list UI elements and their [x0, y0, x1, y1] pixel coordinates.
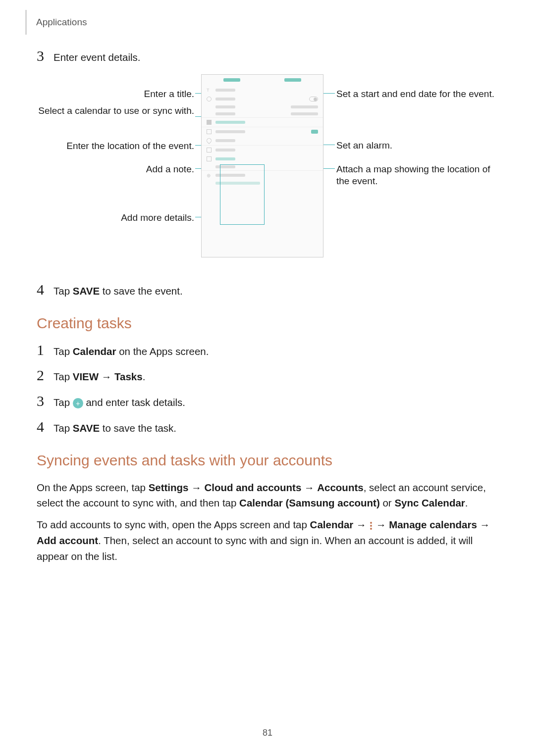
text: to save the task.: [100, 422, 176, 434]
text: Tap: [54, 346, 73, 357]
sync-calendar-label: Sync Calendar: [394, 497, 465, 508]
ct-step-2: 2 Tap VIEW → Tasks.: [37, 368, 502, 385]
callout-dates: Set a start and end date for the event.: [336, 88, 500, 101]
view-label: VIEW: [73, 371, 99, 382]
calendar-label: Calendar: [73, 346, 116, 357]
header-label: Applications: [36, 17, 87, 28]
manage-calendars-label: Manage calendars: [389, 519, 477, 530]
add-task-icon: +: [73, 398, 83, 408]
callout-calendar: Select a calendar to use or sync with.: [37, 105, 194, 117]
text: Tap: [54, 422, 73, 434]
text: Tap: [54, 371, 73, 382]
arrow: →: [301, 482, 317, 493]
note-icon: [207, 148, 212, 152]
clock-icon: [207, 97, 212, 101]
text: or: [380, 497, 395, 508]
text: on the Apps screen.: [116, 346, 209, 357]
callout-note: Add a note.: [37, 163, 194, 176]
text: Tap: [54, 397, 73, 408]
allday-toggle: [309, 97, 318, 101]
settings-label: Settings: [149, 482, 189, 493]
calendar-samsung-label: Calendar (Samsung account): [239, 497, 380, 508]
location-icon: [206, 137, 213, 144]
heading-syncing: Syncing events and tasks with your accou…: [37, 452, 502, 469]
step-number: 4: [37, 282, 54, 297]
ct-step-3: 3 Tap + and enter task details.: [37, 394, 502, 410]
callout-alarm: Set an alarm.: [336, 140, 500, 152]
cloud-accounts-label: Cloud and accounts: [204, 482, 301, 493]
save-label: SAVE: [73, 422, 100, 434]
arrow: →: [373, 519, 389, 530]
text: Tap: [54, 285, 73, 297]
header-section: Applications: [26, 10, 87, 35]
step-4: 4 Tap SAVE to save the event.: [37, 282, 502, 299]
step-text: Tap SAVE to save the event.: [54, 284, 183, 299]
step-number: 4: [37, 419, 54, 434]
callout-title: Enter a title.: [37, 88, 194, 101]
main-content: 3 Enter event details. Enter a title. Se…: [37, 49, 502, 570]
syncing-para-2: To add accounts to sync with, open the A…: [37, 517, 502, 564]
event-diagram: Enter a title. Select a calendar to use …: [37, 74, 502, 267]
step-text: Tap VIEW → Tasks.: [54, 369, 145, 385]
text: and enter task details.: [83, 397, 185, 408]
text: To add accounts to sync with, open the A…: [37, 519, 310, 530]
phone-mockup: T ⊕: [201, 74, 323, 257]
save-label: SAVE: [73, 285, 100, 297]
accounts-label: Accounts: [317, 482, 363, 493]
step-3: 3 Enter event details.: [37, 49, 502, 65]
text: to save the event.: [100, 285, 183, 297]
page-number: 81: [0, 728, 535, 738]
phone-cancel-pill: [223, 78, 240, 82]
step-number: 2: [37, 368, 54, 383]
tasks-label: Tasks: [114, 371, 143, 382]
text: On the Apps screen, tap: [37, 482, 149, 493]
arrow: →: [353, 519, 369, 530]
callout-location: Enter the location of the event.: [37, 140, 194, 152]
arrow: →: [189, 482, 205, 493]
phone-save-pill: [284, 78, 301, 82]
heading-creating-tasks: Creating tasks: [37, 315, 502, 332]
bell-icon: [207, 129, 212, 134]
text: . Then, select an account to sync with a…: [37, 535, 473, 562]
text: .: [465, 497, 468, 508]
step-text: Enter event details.: [54, 50, 141, 65]
callout-map: Attach a map showing the location of the…: [336, 163, 500, 188]
arrow: →: [477, 519, 490, 530]
syncing-para-1: On the Apps screen, tap Settings → Cloud…: [37, 480, 502, 511]
step-number: 1: [37, 343, 54, 357]
arrow: →: [99, 371, 114, 382]
ct-step-1: 1 Tap Calendar on the Apps screen.: [37, 343, 502, 359]
calendar-label: Calendar: [310, 519, 354, 530]
alarm-toggle: [311, 130, 318, 134]
step-text: Tap Calendar on the Apps screen.: [54, 344, 209, 359]
step-text: Tap + and enter task details.: [54, 395, 185, 410]
plus-icon: ⊕: [207, 173, 212, 178]
text: .: [143, 371, 146, 382]
add-account-label: Add account: [37, 535, 98, 546]
text-icon: T: [207, 88, 212, 93]
step-text: Tap SAVE to save the task.: [54, 421, 176, 436]
calendar-select-icon: [207, 120, 212, 125]
step-number: 3: [37, 49, 54, 63]
ct-step-4: 4 Tap SAVE to save the task.: [37, 419, 502, 436]
callout-more: Add more details.: [37, 212, 194, 224]
step-number: 3: [37, 394, 54, 408]
repeat-icon: [207, 156, 212, 161]
